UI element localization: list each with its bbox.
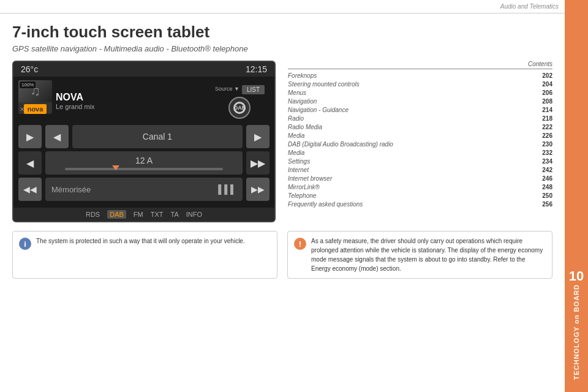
- contents-row-label: Settings: [288, 158, 310, 165]
- contents-row-label: Steering mounted controls: [288, 81, 360, 88]
- contents-row-page: 218: [542, 115, 552, 122]
- table-row: Media 232: [288, 148, 552, 157]
- screen-time: 12:15: [246, 64, 267, 74]
- station-name: NOVA: [56, 92, 206, 103]
- dab-label: DAB: [234, 105, 246, 111]
- contents-row-label: Media: [288, 149, 304, 156]
- table-row: Menus 206: [288, 88, 552, 97]
- main-content: 7-inch touch screen tablet GPS satellite…: [0, 13, 565, 392]
- table-row: Internet browser 246: [288, 174, 552, 183]
- bottom-txt: TXT: [151, 211, 164, 218]
- table-row: Radio Media 222: [288, 123, 552, 131]
- source-label: Source ▼: [215, 86, 239, 92]
- warning-note-box: ! As a safety measure, the driver should…: [287, 231, 552, 279]
- table-row: Navigation 208: [288, 97, 552, 105]
- signal-icon: ▌▌▌: [218, 184, 236, 194]
- freq-slider[interactable]: [65, 168, 223, 170]
- right-panel: Contents Foreknops 202 Steering mounted …: [288, 61, 552, 222]
- freq-back-button[interactable]: ◀: [18, 151, 42, 175]
- contents-row-page: 250: [542, 192, 552, 199]
- contents-row-label: MirrorLink®: [288, 184, 320, 190]
- contents-row-page: 214: [542, 107, 552, 113]
- warning-icon: !: [294, 238, 306, 250]
- percent-badge: 100%: [20, 81, 36, 88]
- contents-row-page: 232: [542, 149, 552, 156]
- freq-display: 12 A: [45, 151, 243, 175]
- header-section-title: Audio and Telematics: [500, 3, 559, 10]
- contents-row-page: 208: [542, 98, 552, 105]
- contents-row-page: 204: [542, 81, 552, 88]
- contents-row-label: DAB (Digital Audio Broadcasting) radio: [288, 141, 393, 148]
- list-button[interactable]: LIST: [242, 85, 265, 94]
- mem-row: ◀◀ Mémorisée ▌▌▌ ▶▶: [18, 178, 270, 201]
- bottom-ta: TA: [171, 211, 179, 218]
- contents-row-page: 248: [542, 184, 552, 190]
- screen-temperature: 26°c: [21, 64, 38, 74]
- nav-back-button[interactable]: ▶: [18, 125, 42, 148]
- canal-row: ▶ ◀ Canal 1 ▶: [18, 125, 270, 148]
- page-subtitle: GPS satellite navigation - Multimedia au…: [12, 44, 552, 53]
- source-dab-section: Source ▼ LIST DAB: [210, 80, 270, 121]
- contents-rows: Foreknops 202 Steering mounted controls …: [288, 71, 552, 208]
- dab-icon[interactable]: DAB: [228, 97, 251, 119]
- screen-bottom-bar: RDS DAB FM TXT TA INFO: [13, 208, 274, 221]
- contents-row-label: Frequently asked questions: [288, 201, 363, 208]
- table-row: Internet 242: [288, 165, 552, 174]
- mem-display: Mémorisée ▌▌▌: [45, 178, 243, 201]
- table-row: Steering mounted controls 204: [288, 80, 552, 88]
- contents-row-page: 256: [542, 201, 552, 208]
- table-row: Telephone 250: [288, 191, 552, 200]
- table-row: Foreknops 202: [288, 71, 552, 80]
- contents-row-label: Menus: [288, 89, 306, 96]
- car-screen: 26°c 12:15 ♫ 100% ✕ nova NOVA: [12, 61, 276, 222]
- bottom-dab[interactable]: DAB: [107, 210, 126, 219]
- table-row: Settings 234: [288, 157, 552, 165]
- contents-row-label: Telephone: [288, 192, 316, 199]
- nav-prev-button[interactable]: ◀: [45, 125, 69, 148]
- table-row: Media 226: [288, 131, 552, 140]
- station-info: NOVA Le grand mix: [56, 80, 206, 121]
- info-note-text: The system is protected in such a way th…: [36, 236, 245, 246]
- mem-label: Mémorisée: [51, 185, 91, 194]
- bottom-info: INFO: [186, 211, 202, 218]
- chapter-number: 10: [569, 268, 584, 284]
- nav-next-button[interactable]: ▶: [246, 125, 270, 148]
- sidebar-label: TECHNOLOGY on BOARD: [573, 284, 580, 380]
- screen-body: ♫ 100% ✕ nova NOVA Le grand mix Source ▼: [13, 77, 274, 208]
- station-sub: Le grand mix: [56, 103, 206, 110]
- table-row: Frequently asked questions 256: [288, 200, 552, 208]
- skip-next-button[interactable]: ▶▶: [246, 178, 270, 201]
- x-badge: ✕: [20, 106, 24, 113]
- contents-row-page: 234: [542, 158, 552, 165]
- table-row: Navigation - Guidance 214: [288, 105, 552, 114]
- contents-row-label: Media: [288, 132, 304, 139]
- contents-row-label: Foreknops: [288, 72, 317, 79]
- nova-logo: nova: [24, 104, 47, 114]
- freq-next-button[interactable]: ▶▶: [246, 151, 270, 175]
- bottom-fm[interactable]: FM: [134, 211, 143, 218]
- skip-back-button[interactable]: ◀◀: [18, 178, 42, 201]
- contents-row-page: 206: [542, 89, 552, 96]
- contents-row-page: 202: [542, 72, 552, 79]
- album-art: ♫ 100% ✕ nova: [18, 80, 52, 114]
- canal-display: Canal 1: [72, 125, 243, 148]
- contents-row-label: Navigation - Guidance: [288, 107, 349, 113]
- contents-header: Contents: [288, 61, 552, 69]
- freq-row: ◀ 12 A ▶▶: [18, 151, 270, 175]
- contents-row-page: 230: [542, 141, 552, 148]
- warning-note-text: As a safety measure, the driver should o…: [311, 236, 546, 273]
- info-note-box: i The system is protected in such a way …: [12, 231, 277, 279]
- contents-row-label: Radio: [288, 115, 304, 122]
- table-row: DAB (Digital Audio Broadcasting) radio 2…: [288, 140, 552, 148]
- radio-info-row: ♫ 100% ✕ nova NOVA Le grand mix Source ▼: [18, 80, 270, 121]
- page-title: 7-inch touch screen tablet: [12, 23, 552, 42]
- bottom-notes: i The system is protected in such a way …: [12, 231, 552, 279]
- right-sidebar: 10 TECHNOLOGY on BOARD: [565, 0, 588, 392]
- contents-row-label: Navigation: [288, 98, 317, 105]
- freq-label: 12 A: [135, 156, 153, 165]
- contents-row-page: 226: [542, 132, 552, 139]
- bottom-rds: RDS: [86, 211, 100, 218]
- top-header: Audio and Telematics: [0, 0, 565, 13]
- contents-row-label: Internet browser: [288, 175, 332, 182]
- contents-row-page: 246: [542, 175, 552, 182]
